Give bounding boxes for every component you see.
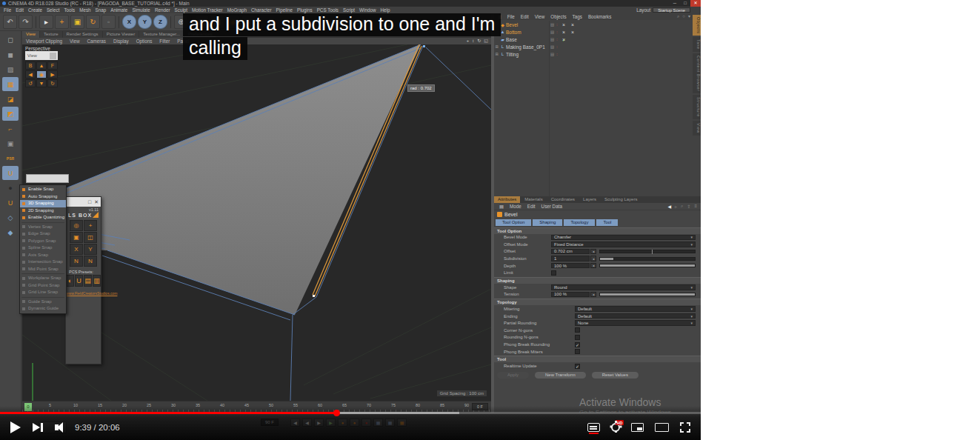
- reset-values-button[interactable]: Reset Values: [592, 372, 639, 379]
- texture-mode-button[interactable]: ▨: [2, 62, 19, 76]
- rotate-button[interactable]: ↻: [86, 15, 100, 29]
- offset-mode-dropdown[interactable]: Fixed Distance▾: [551, 241, 696, 247]
- object-row-bevel[interactable]: ◆Bevel▤:××: [494, 21, 691, 28]
- tension-slider[interactable]: [599, 293, 696, 296]
- phong-break-miters-checkbox[interactable]: [575, 349, 580, 354]
- palette-button-1[interactable]: ▲: [36, 61, 47, 70]
- menu-mesh[interactable]: Mesh: [77, 7, 93, 13]
- depth-spinner[interactable]: ◂▸: [590, 263, 596, 269]
- attr-tab-materials[interactable]: Materials: [521, 196, 546, 203]
- menu-character[interactable]: Character: [249, 7, 274, 13]
- offset-value-field[interactable]: 0.702 cm: [551, 249, 590, 255]
- menu-edit[interactable]: Edit: [13, 7, 26, 13]
- section-tab-tool-option[interactable]: Tool Option: [496, 219, 531, 226]
- selection-tag-icon[interactable]: ×: [571, 22, 574, 27]
- subdivision-slider[interactable]: [599, 257, 696, 261]
- realtime-update-checkbox[interactable]: ✓: [575, 364, 580, 369]
- pcs-preset-icon-1[interactable]: U: [75, 275, 83, 287]
- settings-gear-icon[interactable]: HD: [611, 423, 620, 432]
- toolsbox-tool-icon-1[interactable]: +: [84, 220, 97, 231]
- captions-icon[interactable]: [587, 423, 600, 432]
- snap-item-2d-snapping[interactable]: 2D Snapping: [20, 207, 66, 215]
- make-editable-button[interactable]: ◻: [2, 33, 19, 47]
- edges-mode-button[interactable]: ◪: [2, 92, 19, 106]
- floating-field[interactable]: [26, 174, 69, 183]
- polygons-mode-button[interactable]: ◩: [2, 107, 19, 121]
- next-icon[interactable]: [33, 423, 43, 432]
- viewport-tab-render-settings[interactable]: Render Settings: [63, 31, 102, 38]
- volume-icon[interactable]: [55, 422, 63, 433]
- lock-y-button[interactable]: Y: [138, 15, 152, 29]
- redo-button[interactable]: ↷: [19, 15, 33, 29]
- attr-panel-icon-0[interactable]: ◀: [667, 204, 671, 209]
- om-panel-icon-2[interactable]: ▾: [688, 13, 690, 20]
- toolsbox-tool-icon-7[interactable]: N: [84, 256, 97, 267]
- vp-menu-cameras[interactable]: Cameras: [83, 38, 110, 44]
- menu-help[interactable]: Help: [378, 7, 392, 13]
- pcs-preset-icon-3[interactable]: ▥: [93, 275, 101, 287]
- attr-menu-user-data[interactable]: User Data: [539, 204, 565, 209]
- model-mode-button[interactable]: ◼: [2, 47, 19, 61]
- live-selection-button[interactable]: ▸: [39, 15, 53, 29]
- side-tab-view[interactable]: View: [693, 121, 701, 136]
- attr-panel-icon-2[interactable]: ⌕: [681, 204, 683, 209]
- move-button[interactable]: +: [55, 15, 69, 29]
- depth-slider[interactable]: [599, 264, 696, 267]
- side-tab-structure[interactable]: Structure: [693, 95, 701, 119]
- subdivision-spinner[interactable]: ◂▸: [590, 256, 596, 261]
- corner-n-gons-checkbox[interactable]: [575, 327, 580, 333]
- viewport-tab-texture-manager[interactable]: Texture Manager...: [139, 31, 184, 38]
- workplane-b-button[interactable]: ◆: [2, 225, 19, 239]
- viewport-filter-button[interactable]: ▣: [2, 136, 19, 150]
- lock-z-button[interactable]: Z: [153, 15, 167, 29]
- studio-link[interactable]: www.FieldCreatorsStudios.com: [66, 291, 101, 296]
- palette-button-2[interactable]: F: [47, 61, 58, 70]
- toolsbox-tool-icon-6[interactable]: N: [70, 256, 83, 267]
- depth-value-field[interactable]: 100 %: [551, 263, 590, 269]
- last-tool-button[interactable]: ◦: [101, 15, 116, 29]
- fullscreen-icon[interactable]: [680, 422, 690, 433]
- lock-x-button[interactable]: X: [122, 15, 136, 29]
- play-icon[interactable]: [10, 421, 21, 433]
- om-menu-bookmarks[interactable]: Bookmarks: [585, 13, 615, 20]
- viewport-tab-view[interactable]: View: [22, 31, 39, 38]
- attr-burger-icon[interactable]: ▤: [496, 204, 507, 209]
- om-panel-icon-1[interactable]: ○: [682, 13, 685, 20]
- ending-dropdown[interactable]: Default▾: [575, 313, 696, 319]
- progress-bar[interactable]: [0, 412, 701, 414]
- palette-button-6[interactable]: ↺: [25, 79, 36, 87]
- video-frame[interactable]: CINEMA 4D R18.028 Studio (RC - R18) - [P…: [0, 0, 701, 440]
- palette-button-5[interactable]: ▶: [47, 70, 58, 79]
- offset-spinner[interactable]: ◂▸: [590, 249, 596, 255]
- menu-simulate[interactable]: Simulate: [130, 7, 153, 13]
- toolsbox-maximize-button[interactable]: □: [88, 199, 91, 204]
- attr-menu-mode[interactable]: Mode: [507, 204, 524, 209]
- close-button[interactable]: ✕: [690, 0, 701, 7]
- snap-enable-button[interactable]: U: [2, 166, 19, 180]
- om-menu-edit[interactable]: Edit: [518, 13, 532, 20]
- attr-tab-coordinates[interactable]: Coordinates: [547, 196, 579, 203]
- selection-tag-icon[interactable]: ×: [571, 30, 574, 35]
- phong-break-rounding-checkbox[interactable]: ✓: [575, 342, 580, 347]
- object-row-bottom[interactable]: ▲Bottom▤:××: [494, 28, 691, 36]
- side-tab-content-browser[interactable]: Content Browser: [693, 53, 701, 93]
- mitering-dropdown[interactable]: Default▾: [575, 306, 696, 312]
- menu-sculpt[interactable]: Sculpt: [173, 7, 190, 13]
- section-tab-topology[interactable]: Topology: [564, 219, 595, 226]
- selection-tag-icon[interactable]: ×: [562, 37, 565, 42]
- theater-mode-icon[interactable]: [655, 423, 669, 432]
- viewport-tab-picture-viewer[interactable]: Picture Viewer: [103, 31, 139, 38]
- subdivision-value-field[interactable]: 1: [551, 256, 590, 261]
- toolsbox-close-button[interactable]: ✕: [94, 199, 99, 205]
- palette-button-7[interactable]: ▼: [36, 79, 47, 87]
- visibility-dots-icon[interactable]: :: [556, 22, 558, 27]
- palette-menu-button[interactable]: [50, 53, 56, 59]
- attr-tab-attributes[interactable]: Attributes: [494, 196, 520, 203]
- object-row-base[interactable]: ▰Base▤:✓×: [494, 36, 691, 43]
- attr-panel-icon-1[interactable]: ▹: [675, 204, 677, 209]
- om-menu-view[interactable]: View: [532, 13, 548, 20]
- undo-button[interactable]: ↶: [3, 15, 17, 29]
- menu-render[interactable]: Render: [153, 7, 173, 13]
- workplane-a-button[interactable]: ◇: [2, 210, 19, 224]
- menu-motion-tracker[interactable]: Motion Tracker: [190, 7, 225, 13]
